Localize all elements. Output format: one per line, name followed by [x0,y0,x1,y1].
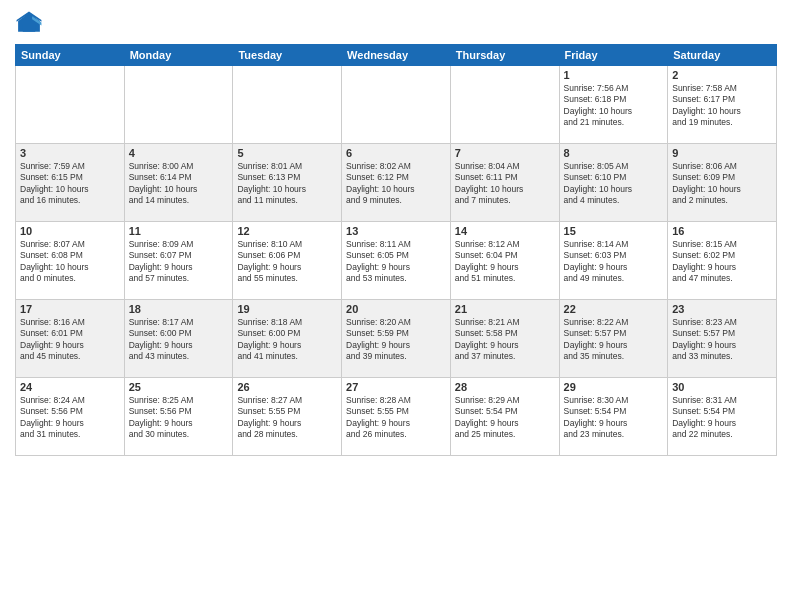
day-info: Sunrise: 8:11 AM Sunset: 6:05 PM Dayligh… [346,239,446,285]
day-number: 17 [20,303,120,315]
calendar-week-row: 17Sunrise: 8:16 AM Sunset: 6:01 PM Dayli… [16,300,777,378]
day-number: 1 [564,69,664,81]
day-info: Sunrise: 8:28 AM Sunset: 5:55 PM Dayligh… [346,395,446,441]
day-number: 22 [564,303,664,315]
calendar-cell: 20Sunrise: 8:20 AM Sunset: 5:59 PM Dayli… [342,300,451,378]
day-info: Sunrise: 8:22 AM Sunset: 5:57 PM Dayligh… [564,317,664,363]
day-info: Sunrise: 8:18 AM Sunset: 6:00 PM Dayligh… [237,317,337,363]
calendar-cell: 27Sunrise: 8:28 AM Sunset: 5:55 PM Dayli… [342,378,451,456]
calendar-cell: 23Sunrise: 8:23 AM Sunset: 5:57 PM Dayli… [668,300,777,378]
calendar-cell: 21Sunrise: 8:21 AM Sunset: 5:58 PM Dayli… [450,300,559,378]
day-info: Sunrise: 8:02 AM Sunset: 6:12 PM Dayligh… [346,161,446,207]
day-number: 14 [455,225,555,237]
calendar-cell: 30Sunrise: 8:31 AM Sunset: 5:54 PM Dayli… [668,378,777,456]
calendar-cell: 28Sunrise: 8:29 AM Sunset: 5:54 PM Dayli… [450,378,559,456]
weekday-header-wednesday: Wednesday [342,45,451,66]
logo [15,10,47,38]
day-info: Sunrise: 8:16 AM Sunset: 6:01 PM Dayligh… [20,317,120,363]
weekday-header-tuesday: Tuesday [233,45,342,66]
day-info: Sunrise: 8:10 AM Sunset: 6:06 PM Dayligh… [237,239,337,285]
weekday-header-thursday: Thursday [450,45,559,66]
day-number: 29 [564,381,664,393]
day-number: 13 [346,225,446,237]
calendar-cell [233,66,342,144]
day-number: 11 [129,225,229,237]
day-info: Sunrise: 8:23 AM Sunset: 5:57 PM Dayligh… [672,317,772,363]
day-number: 26 [237,381,337,393]
calendar-cell: 5Sunrise: 8:01 AM Sunset: 6:13 PM Daylig… [233,144,342,222]
calendar-cell: 9Sunrise: 8:06 AM Sunset: 6:09 PM Daylig… [668,144,777,222]
day-info: Sunrise: 8:01 AM Sunset: 6:13 PM Dayligh… [237,161,337,207]
day-info: Sunrise: 8:21 AM Sunset: 5:58 PM Dayligh… [455,317,555,363]
day-number: 24 [20,381,120,393]
day-number: 9 [672,147,772,159]
calendar-cell [342,66,451,144]
day-number: 19 [237,303,337,315]
calendar-cell: 24Sunrise: 8:24 AM Sunset: 5:56 PM Dayli… [16,378,125,456]
svg-rect-2 [23,24,35,32]
calendar-week-row: 3Sunrise: 7:59 AM Sunset: 6:15 PM Daylig… [16,144,777,222]
day-info: Sunrise: 8:27 AM Sunset: 5:55 PM Dayligh… [237,395,337,441]
day-number: 28 [455,381,555,393]
calendar-cell [124,66,233,144]
weekday-header-friday: Friday [559,45,668,66]
day-number: 5 [237,147,337,159]
day-info: Sunrise: 8:30 AM Sunset: 5:54 PM Dayligh… [564,395,664,441]
day-number: 6 [346,147,446,159]
day-number: 4 [129,147,229,159]
day-info: Sunrise: 8:05 AM Sunset: 6:10 PM Dayligh… [564,161,664,207]
calendar-cell: 8Sunrise: 8:05 AM Sunset: 6:10 PM Daylig… [559,144,668,222]
calendar-cell: 25Sunrise: 8:25 AM Sunset: 5:56 PM Dayli… [124,378,233,456]
logo-icon [15,10,43,38]
calendar-cell: 3Sunrise: 7:59 AM Sunset: 6:15 PM Daylig… [16,144,125,222]
calendar-cell: 26Sunrise: 8:27 AM Sunset: 5:55 PM Dayli… [233,378,342,456]
day-info: Sunrise: 8:04 AM Sunset: 6:11 PM Dayligh… [455,161,555,207]
header [15,10,777,38]
calendar-cell: 29Sunrise: 8:30 AM Sunset: 5:54 PM Dayli… [559,378,668,456]
day-info: Sunrise: 7:59 AM Sunset: 6:15 PM Dayligh… [20,161,120,207]
day-number: 23 [672,303,772,315]
day-number: 2 [672,69,772,81]
day-number: 21 [455,303,555,315]
day-info: Sunrise: 8:00 AM Sunset: 6:14 PM Dayligh… [129,161,229,207]
day-number: 18 [129,303,229,315]
day-number: 15 [564,225,664,237]
calendar-cell: 7Sunrise: 8:04 AM Sunset: 6:11 PM Daylig… [450,144,559,222]
day-info: Sunrise: 7:58 AM Sunset: 6:17 PM Dayligh… [672,83,772,129]
day-info: Sunrise: 8:17 AM Sunset: 6:00 PM Dayligh… [129,317,229,363]
day-info: Sunrise: 8:29 AM Sunset: 5:54 PM Dayligh… [455,395,555,441]
calendar-cell [450,66,559,144]
day-info: Sunrise: 8:06 AM Sunset: 6:09 PM Dayligh… [672,161,772,207]
day-number: 30 [672,381,772,393]
calendar-cell: 18Sunrise: 8:17 AM Sunset: 6:00 PM Dayli… [124,300,233,378]
day-info: Sunrise: 8:15 AM Sunset: 6:02 PM Dayligh… [672,239,772,285]
calendar-cell: 6Sunrise: 8:02 AM Sunset: 6:12 PM Daylig… [342,144,451,222]
calendar-cell: 4Sunrise: 8:00 AM Sunset: 6:14 PM Daylig… [124,144,233,222]
calendar-week-row: 10Sunrise: 8:07 AM Sunset: 6:08 PM Dayli… [16,222,777,300]
calendar-cell: 14Sunrise: 8:12 AM Sunset: 6:04 PM Dayli… [450,222,559,300]
day-info: Sunrise: 8:14 AM Sunset: 6:03 PM Dayligh… [564,239,664,285]
calendar-cell: 2Sunrise: 7:58 AM Sunset: 6:17 PM Daylig… [668,66,777,144]
calendar-cell: 19Sunrise: 8:18 AM Sunset: 6:00 PM Dayli… [233,300,342,378]
calendar-cell: 12Sunrise: 8:10 AM Sunset: 6:06 PM Dayli… [233,222,342,300]
weekday-header-sunday: Sunday [16,45,125,66]
day-number: 8 [564,147,664,159]
calendar-cell: 17Sunrise: 8:16 AM Sunset: 6:01 PM Dayli… [16,300,125,378]
calendar-table: SundayMondayTuesdayWednesdayThursdayFrid… [15,44,777,456]
calendar-cell: 13Sunrise: 8:11 AM Sunset: 6:05 PM Dayli… [342,222,451,300]
day-number: 25 [129,381,229,393]
day-info: Sunrise: 8:20 AM Sunset: 5:59 PM Dayligh… [346,317,446,363]
day-info: Sunrise: 8:09 AM Sunset: 6:07 PM Dayligh… [129,239,229,285]
calendar-cell: 11Sunrise: 8:09 AM Sunset: 6:07 PM Dayli… [124,222,233,300]
calendar-week-row: 1Sunrise: 7:56 AM Sunset: 6:18 PM Daylig… [16,66,777,144]
day-number: 10 [20,225,120,237]
calendar-cell [16,66,125,144]
day-number: 7 [455,147,555,159]
day-number: 3 [20,147,120,159]
day-info: Sunrise: 8:31 AM Sunset: 5:54 PM Dayligh… [672,395,772,441]
day-number: 16 [672,225,772,237]
day-info: Sunrise: 8:12 AM Sunset: 6:04 PM Dayligh… [455,239,555,285]
page: SundayMondayTuesdayWednesdayThursdayFrid… [0,0,792,612]
day-info: Sunrise: 8:07 AM Sunset: 6:08 PM Dayligh… [20,239,120,285]
calendar-cell: 22Sunrise: 8:22 AM Sunset: 5:57 PM Dayli… [559,300,668,378]
